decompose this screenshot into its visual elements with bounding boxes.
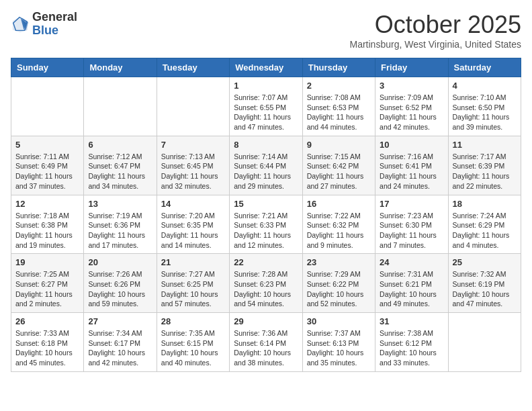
day-info: Sunrise: 7:12 AM Sunset: 6:47 PM Dayligh… [88, 152, 152, 191]
day-number: 30 [307, 316, 371, 326]
day-number: 21 [161, 257, 225, 267]
day-number: 13 [88, 199, 152, 209]
day-number: 15 [234, 199, 298, 209]
day-number: 1 [234, 81, 298, 91]
day-info: Sunrise: 7:07 AM Sunset: 6:55 PM Dayligh… [234, 93, 298, 132]
day-number: 6 [88, 140, 152, 150]
day-info: Sunrise: 7:14 AM Sunset: 6:44 PM Dayligh… [234, 152, 298, 191]
day-info: Sunrise: 7:33 AM Sunset: 6:18 PM Dayligh… [15, 328, 79, 368]
day-info: Sunrise: 7:38 AM Sunset: 6:12 PM Dayligh… [380, 328, 443, 368]
day-number: 3 [380, 81, 443, 91]
day-info: Sunrise: 7:25 AM Sunset: 6:27 PM Dayligh… [15, 269, 79, 309]
day-info: Sunrise: 7:37 AM Sunset: 6:13 PM Dayligh… [307, 328, 371, 368]
logo: General Blue [11, 11, 77, 38]
calendar-cell: 19Sunrise: 7:25 AM Sunset: 6:27 PM Dayli… [11, 254, 84, 313]
day-number: 25 [453, 257, 517, 267]
calendar-cell: 21Sunrise: 7:27 AM Sunset: 6:25 PM Dayli… [157, 254, 229, 313]
day-number: 4 [453, 81, 517, 91]
calendar-week-row: 5Sunrise: 7:11 AM Sunset: 6:49 PM Daylig… [11, 136, 521, 195]
day-info: Sunrise: 7:24 AM Sunset: 6:29 PM Dayligh… [453, 211, 517, 250]
day-info: Sunrise: 7:32 AM Sunset: 6:19 PM Dayligh… [453, 269, 517, 309]
day-info: Sunrise: 7:10 AM Sunset: 6:50 PM Dayligh… [453, 93, 517, 132]
location: Martinsburg, West Virginia, United State… [350, 39, 522, 50]
calendar-week-row: 1Sunrise: 7:07 AM Sunset: 6:55 PM Daylig… [11, 77, 521, 136]
calendar-cell: 5Sunrise: 7:11 AM Sunset: 6:49 PM Daylig… [11, 136, 84, 195]
day-number: 18 [453, 199, 517, 209]
day-number: 14 [161, 199, 225, 209]
day-info: Sunrise: 7:19 AM Sunset: 6:36 PM Dayligh… [88, 211, 152, 250]
day-number: 22 [234, 257, 298, 267]
day-number: 29 [234, 316, 298, 326]
calendar-cell: 16Sunrise: 7:22 AM Sunset: 6:32 PM Dayli… [302, 195, 375, 254]
calendar-cell: 12Sunrise: 7:18 AM Sunset: 6:38 PM Dayli… [11, 195, 84, 254]
calendar-cell: 3Sunrise: 7:09 AM Sunset: 6:52 PM Daylig… [375, 77, 448, 136]
day-number: 23 [307, 257, 371, 267]
day-number: 11 [453, 140, 517, 150]
day-number: 10 [380, 140, 443, 150]
day-number: 24 [380, 257, 443, 267]
day-info: Sunrise: 7:20 AM Sunset: 6:35 PM Dayligh… [161, 211, 225, 250]
calendar-cell: 30Sunrise: 7:37 AM Sunset: 6:13 PM Dayli… [302, 313, 375, 372]
day-info: Sunrise: 7:18 AM Sunset: 6:38 PM Dayligh… [15, 211, 79, 250]
day-info: Sunrise: 7:34 AM Sunset: 6:17 PM Dayligh… [88, 328, 152, 368]
day-info: Sunrise: 7:21 AM Sunset: 6:33 PM Dayligh… [234, 211, 298, 250]
logo-icon [11, 15, 30, 34]
calendar-cell: 2Sunrise: 7:08 AM Sunset: 6:53 PM Daylig… [302, 77, 375, 136]
day-info: Sunrise: 7:26 AM Sunset: 6:26 PM Dayligh… [88, 269, 152, 309]
calendar-cell [11, 77, 84, 136]
page-header: General Blue October 2025 Martinsburg, W… [11, 11, 521, 50]
day-info: Sunrise: 7:31 AM Sunset: 6:21 PM Dayligh… [380, 269, 443, 309]
day-info: Sunrise: 7:08 AM Sunset: 6:53 PM Dayligh… [307, 93, 371, 132]
calendar-cell: 26Sunrise: 7:33 AM Sunset: 6:18 PM Dayli… [11, 313, 84, 372]
calendar-cell [448, 313, 521, 372]
calendar-cell: 17Sunrise: 7:23 AM Sunset: 6:30 PM Dayli… [375, 195, 448, 254]
day-info: Sunrise: 7:16 AM Sunset: 6:41 PM Dayligh… [380, 152, 443, 191]
logo-blue: Blue [32, 24, 77, 38]
calendar-cell: 15Sunrise: 7:21 AM Sunset: 6:33 PM Dayli… [230, 195, 302, 254]
title-area: October 2025 Martinsburg, West Virginia,… [350, 11, 522, 50]
day-number: 12 [15, 199, 79, 209]
day-number: 17 [380, 199, 443, 209]
day-info: Sunrise: 7:22 AM Sunset: 6:32 PM Dayligh… [307, 211, 371, 250]
day-info: Sunrise: 7:23 AM Sunset: 6:30 PM Dayligh… [380, 211, 443, 250]
calendar-table: SundayMondayTuesdayWednesdayThursdayFrid… [11, 58, 521, 372]
calendar-cell: 7Sunrise: 7:13 AM Sunset: 6:45 PM Daylig… [157, 136, 229, 195]
day-number: 16 [307, 199, 371, 209]
day-info: Sunrise: 7:35 AM Sunset: 6:15 PM Dayligh… [161, 328, 225, 368]
calendar-cell [84, 77, 157, 136]
day-info: Sunrise: 7:15 AM Sunset: 6:42 PM Dayligh… [307, 152, 371, 191]
calendar-week-row: 19Sunrise: 7:25 AM Sunset: 6:27 PM Dayli… [11, 254, 521, 313]
day-of-week-header: Friday [375, 58, 448, 77]
calendar-cell: 10Sunrise: 7:16 AM Sunset: 6:41 PM Dayli… [375, 136, 448, 195]
calendar-cell: 25Sunrise: 7:32 AM Sunset: 6:19 PM Dayli… [448, 254, 521, 313]
day-of-week-header: Sunday [11, 58, 84, 77]
calendar-cell [157, 77, 229, 136]
logo-general: General [32, 11, 77, 24]
day-info: Sunrise: 7:11 AM Sunset: 6:49 PM Dayligh… [15, 152, 79, 191]
day-info: Sunrise: 7:09 AM Sunset: 6:52 PM Dayligh… [380, 93, 443, 132]
day-info: Sunrise: 7:17 AM Sunset: 6:39 PM Dayligh… [453, 152, 517, 191]
calendar-cell: 9Sunrise: 7:15 AM Sunset: 6:42 PM Daylig… [302, 136, 375, 195]
calendar-cell: 24Sunrise: 7:31 AM Sunset: 6:21 PM Dayli… [375, 254, 448, 313]
day-number: 8 [234, 140, 298, 150]
day-number: 2 [307, 81, 371, 91]
day-of-week-header: Saturday [448, 58, 521, 77]
day-of-week-header: Thursday [302, 58, 375, 77]
calendar-cell: 11Sunrise: 7:17 AM Sunset: 6:39 PM Dayli… [448, 136, 521, 195]
calendar-cell: 13Sunrise: 7:19 AM Sunset: 6:36 PM Dayli… [84, 195, 157, 254]
calendar-week-row: 12Sunrise: 7:18 AM Sunset: 6:38 PM Dayli… [11, 195, 521, 254]
calendar-cell: 1Sunrise: 7:07 AM Sunset: 6:55 PM Daylig… [230, 77, 302, 136]
day-number: 26 [15, 316, 79, 326]
day-number: 20 [88, 257, 152, 267]
calendar-cell: 22Sunrise: 7:28 AM Sunset: 6:23 PM Dayli… [230, 254, 302, 313]
calendar-cell: 27Sunrise: 7:34 AM Sunset: 6:17 PM Dayli… [84, 313, 157, 372]
calendar-week-row: 26Sunrise: 7:33 AM Sunset: 6:18 PM Dayli… [11, 313, 521, 372]
calendar-cell: 29Sunrise: 7:36 AM Sunset: 6:14 PM Dayli… [230, 313, 302, 372]
day-number: 31 [380, 316, 443, 326]
day-number: 27 [88, 316, 152, 326]
calendar-cell: 31Sunrise: 7:38 AM Sunset: 6:12 PM Dayli… [375, 313, 448, 372]
logo-text: General Blue [32, 11, 77, 38]
day-number: 19 [15, 257, 79, 267]
calendar-cell: 6Sunrise: 7:12 AM Sunset: 6:47 PM Daylig… [84, 136, 157, 195]
day-of-week-header: Wednesday [230, 58, 302, 77]
